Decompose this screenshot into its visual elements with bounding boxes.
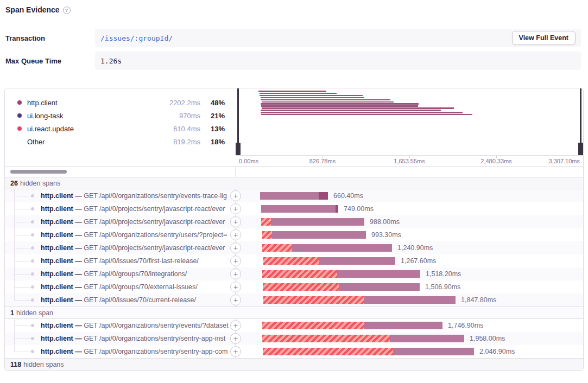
span-bar-queue-segment [263,348,393,355]
span-description: GET /api/0/projects/sentry/javascript-re… [84,244,225,252]
time-axis: 0.00ms826.78ms1,653.55ms2,480.33ms3,307.… [236,155,583,166]
minimap-column: 0.00ms826.78ms1,653.55ms2,480.33ms3,307.… [236,88,583,166]
span-bar-segment [272,231,366,239]
hidden-spans-row[interactable]: 1hidden span [5,307,583,319]
legend-name: http.client [27,99,141,107]
minimap-span-bar [261,110,441,111]
expand-span-button[interactable]: + [230,282,241,292]
scroll-track[interactable] [5,167,236,177]
tree-node-dot [31,272,34,276]
expand-span-button[interactable]: + [230,229,241,240]
help-icon[interactable]: ? [63,7,71,14]
span-bar-cell: 1,847.80ms [236,293,583,307]
tree-connector-line [14,352,31,352]
span-label: http.client — GET /api/0/organizations/s… [41,189,235,202]
span-description: GET /api/0/projects/sentry/javascript-re… [84,205,225,213]
span-bar-tip-segment [319,192,328,200]
expand-span-button[interactable]: + [230,320,241,331]
expand-span-button[interactable]: + [230,216,241,227]
span-description: GET /api/0/organizations/sentry/sentry-a… [84,335,225,342]
span-row[interactable]: http.client — GET /api/0/projects/sentry… [5,202,583,215]
span-label: http.client — GET /api/0/organizations/s… [41,228,235,241]
tree-connector-line [14,300,31,301]
plus-icon: + [233,244,238,252]
scroll-strip [5,166,583,177]
span-name-cell: http.client — GET /api/0/projects/sentry… [5,241,236,254]
span-name-cell: http.client — GET /api/0/organizations/s… [5,189,236,202]
tree-connector-line [14,287,31,288]
span-bar-queue-segment [262,231,272,239]
span-row[interactable]: http.client — GET /api/0/projects/sentry… [5,215,583,228]
max-queue-time-value-box: 1.26s [95,52,581,70]
span-duration: 1,518.20ms [426,267,461,280]
span-row[interactable]: http.client — GET /api/0/organizations/s… [5,189,583,202]
legend-name: Other [27,138,141,146]
span-bar-queue-segment [263,257,319,265]
span-name-cell: http.client — GET /api/0/groups/70/integ… [5,267,236,280]
span-row[interactable]: http.client — GET /api/0/groups/70/integ… [5,267,583,280]
span-row[interactable]: http.client — GET /api/0/organizations/s… [5,332,583,345]
tree-node-dot [31,298,34,302]
legend-row: http.client2202.2ms48% [17,96,225,109]
span-bar-cell: 1,958.00ms [236,332,583,345]
hidden-spans-row[interactable]: 118hidden spans [5,358,583,371]
minimap-left-handle-grip[interactable] [236,143,241,155]
minimap-right-handle-grip[interactable] [578,143,583,155]
legend-value: 970ms [141,112,200,120]
plus-icon: + [233,231,238,239]
span-name-cell: http.client — GET /api/0/projects/sentry… [5,202,236,215]
span-row[interactable]: http.client — GET /api/0/issues/70/curre… [5,293,583,307]
span-duration: 749.00ms [344,202,374,215]
panel-top: http.client2202.2ms48%ui.long-task970ms2… [5,88,583,166]
expand-span-button[interactable]: + [230,269,241,279]
hidden-spans-row[interactable]: 26hidden spans [5,177,583,189]
scrollbar-thumb[interactable] [10,170,67,174]
span-op: http.client [41,244,73,252]
legend-dot-icon [17,113,22,118]
legend-percent: 48% [200,99,225,107]
span-op: http.client [41,296,73,304]
span-duration: 1,240.90ms [397,241,433,254]
minimap-span-bar [261,114,472,116]
view-full-event-button[interactable]: View Full Event [512,31,576,45]
max-queue-time-row: Max Queue Time 1.26s [0,52,588,70]
expand-span-button[interactable]: + [230,333,241,344]
span-separator: — [73,348,84,355]
legend-row: ui.react.update610.4ms13% [17,122,225,135]
expand-span-button[interactable]: + [230,242,241,253]
transaction-link[interactable]: /issues/:groupId/ [100,34,173,42]
tree-connector-line [14,222,31,222]
span-row[interactable]: http.client — GET /api/0/groups/70/exter… [5,280,583,293]
legend: http.client2202.2ms48%ui.long-task970ms2… [5,88,236,166]
tree-node-dot [31,246,34,250]
axis-label: 3,307.10ms [549,158,580,164]
span-bar-segment [261,205,338,213]
tree-node-dot [31,350,34,353]
hidden-spans-text: hidden spans [23,361,64,368]
minimap-span-bar [261,99,390,101]
span-row[interactable]: http.client — GET /api/0/organizations/s… [5,228,583,241]
plus-icon: + [233,347,238,356]
span-description: GET /api/0/issues/70/current-release/ [84,296,196,304]
minimap-span-bar [260,95,363,97]
tree-guide-line [14,345,15,352]
expand-span-button[interactable]: + [230,256,241,266]
tree-node-dot [31,285,34,289]
expand-span-button[interactable]: + [230,190,241,201]
expand-span-button[interactable]: + [230,295,241,305]
minimap-span-bar [261,97,364,99]
span-bar-queue-segment [263,283,339,291]
expand-span-button[interactable]: + [230,203,241,214]
span-bar-cell: 1,518.20ms [236,267,583,280]
span-duration: 1,746.90ms [448,319,483,332]
span-row[interactable]: http.client — GET /api/0/organizations/s… [5,319,583,332]
minimap-chart[interactable] [236,88,583,155]
expand-span-button[interactable]: + [230,346,241,357]
span-row[interactable]: http.client — GET /api/0/projects/sentry… [5,241,583,254]
span-name-cell: http.client — GET /api/0/groups/70/exter… [5,280,236,293]
tree-node-dot [31,337,34,340]
minimap-span-bar [261,103,419,105]
plus-icon: + [233,296,238,304]
span-row[interactable]: http.client — GET /api/0/issues/70/first… [5,254,583,267]
span-row[interactable]: http.client — GET /api/0/organizations/s… [5,345,583,358]
